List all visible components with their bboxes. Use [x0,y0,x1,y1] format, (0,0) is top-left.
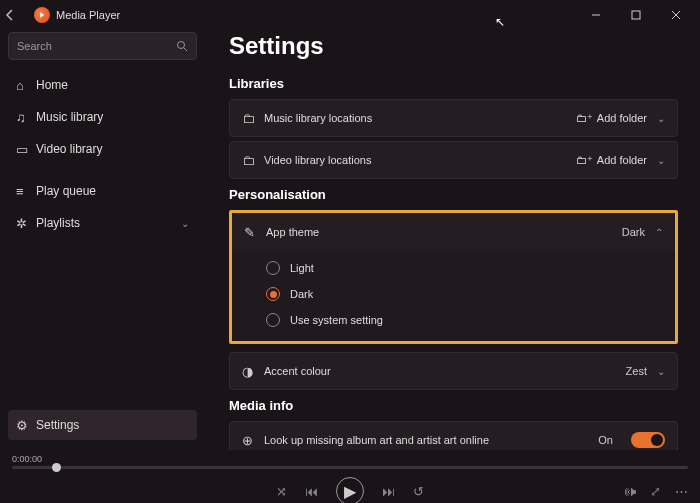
brush-icon: ✎ [244,225,266,240]
row-label: Accent colour [264,365,331,377]
lookup-row[interactable]: ⊕ Look up missing album art and artist a… [229,421,678,450]
chevron-down-icon: ⌄ [181,218,189,229]
page-title: Settings [229,32,678,60]
row-value: Zest [626,365,657,377]
sidebar-item-label: Settings [36,418,79,432]
row-label: App theme [266,226,319,238]
toggle-label: On [598,434,623,446]
sidebar-item-playlists[interactable]: ✲ Playlists ⌄ [8,208,197,238]
theme-options: Light Dark Use system setting [232,251,675,341]
player-bar: 0:00:00 ⤨ ⏮ ▶ ⏭ ↺ 🕪 ⤢ ⋯ [0,450,700,503]
minimize-button[interactable] [576,0,616,30]
video-library-row[interactable]: 🗀 Video library locations 🗀⁺ Add folder … [229,141,678,179]
chevron-down-icon[interactable]: ⌄ [657,155,665,166]
volume-button[interactable]: 🕪 [623,484,636,499]
sidebar-item-label: Home [36,78,68,92]
music-icon: ♫ [16,110,36,125]
play-button[interactable]: ▶ [336,477,364,503]
row-label: Look up missing album art and artist art… [264,434,489,446]
folder-icon: 🗀 [242,153,264,168]
radio-icon [266,313,280,327]
globe-icon: ⊕ [242,433,264,448]
sidebar-item-label: Music library [36,110,103,124]
sidebar: ⌂ Home ♫ Music library ▭ Video library ≡… [0,30,205,450]
search-icon [176,40,188,52]
row-label: Music library locations [264,112,372,124]
music-library-row[interactable]: 🗀 Music library locations 🗀⁺ Add folder … [229,99,678,137]
section-libraries: Libraries [229,76,678,91]
sidebar-item-home[interactable]: ⌂ Home [8,70,197,100]
player-track[interactable] [12,466,688,469]
folder-icon: 🗀 [242,111,264,126]
sidebar-item-queue[interactable]: ≡ Play queue [8,176,197,206]
video-icon: ▭ [16,142,36,157]
sidebar-item-music[interactable]: ♫ Music library [8,102,197,132]
next-button[interactable]: ⏭ [382,484,395,499]
home-icon: ⌂ [16,78,36,93]
repeat-button[interactable]: ↺ [413,484,424,499]
sidebar-item-settings[interactable]: ⚙ Settings [8,410,197,440]
add-folder-button[interactable]: 🗀⁺ Add folder [576,112,657,125]
app-theme-row[interactable]: ✎ App theme Dark ⌃ [232,213,675,251]
sidebar-item-label: Playlists [36,216,80,230]
search-box[interactable] [8,32,197,60]
radio-icon [266,261,280,275]
section-mediainfo: Media info [229,398,678,413]
section-personalisation: Personalisation [229,187,678,202]
accent-colour-row[interactable]: ◑ Accent colour Zest ⌄ [229,352,678,390]
row-label: Video library locations [264,154,371,166]
queue-icon: ≡ [16,184,36,199]
shuffle-button[interactable]: ⤨ [276,484,287,499]
chevron-down-icon[interactable]: ⌄ [657,113,665,124]
chevron-up-icon[interactable]: ⌃ [655,227,663,238]
maximize-button[interactable] [616,0,656,30]
chevron-down-icon[interactable]: ⌄ [657,366,665,377]
prev-button[interactable]: ⏮ [305,484,318,499]
toggle-switch[interactable] [631,432,665,448]
svg-point-2 [178,42,185,49]
gear-icon: ⚙ [16,418,36,433]
sidebar-item-label: Play queue [36,184,96,198]
playlist-icon: ✲ [16,216,36,231]
add-folder-icon: 🗀⁺ [576,112,593,125]
palette-icon: ◑ [242,364,264,379]
svg-line-3 [184,48,187,51]
radio-icon-selected [266,287,280,301]
player-time: 0:00:00 [12,454,688,464]
search-input[interactable] [17,40,176,52]
titlebar: Media Player [0,0,700,30]
add-folder-icon: 🗀⁺ [576,154,593,167]
more-button[interactable]: ⋯ [675,484,688,499]
app-title: Media Player [56,9,576,21]
theme-option-system[interactable]: Use system setting [232,307,675,333]
main-content: Settings Libraries 🗀 Music library locat… [205,30,700,450]
back-button[interactable] [4,9,34,21]
app-theme-highlight: ✎ App theme Dark ⌃ Light Dark Use system… [229,210,678,344]
theme-option-dark[interactable]: Dark [232,281,675,307]
close-button[interactable] [656,0,696,30]
app-icon [34,7,50,23]
sidebar-item-label: Video library [36,142,102,156]
add-folder-button[interactable]: 🗀⁺ Add folder [576,154,657,167]
miniplayer-button[interactable]: ⤢ [650,484,661,499]
row-value: Dark [622,226,655,238]
svg-rect-1 [632,11,640,19]
theme-option-light[interactable]: Light [232,255,675,281]
sidebar-item-video[interactable]: ▭ Video library [8,134,197,164]
